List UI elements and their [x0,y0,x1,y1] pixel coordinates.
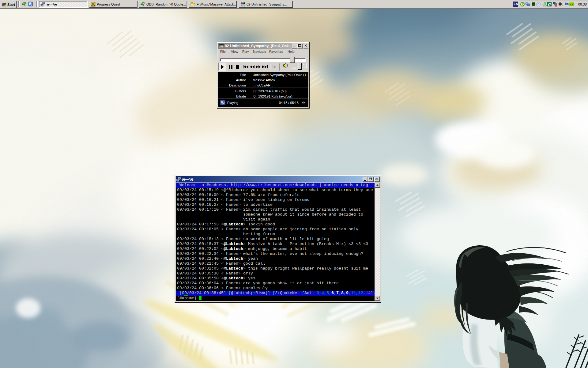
svg-text:321: 321 [220,46,224,48]
svg-text:321: 321 [241,4,245,6]
